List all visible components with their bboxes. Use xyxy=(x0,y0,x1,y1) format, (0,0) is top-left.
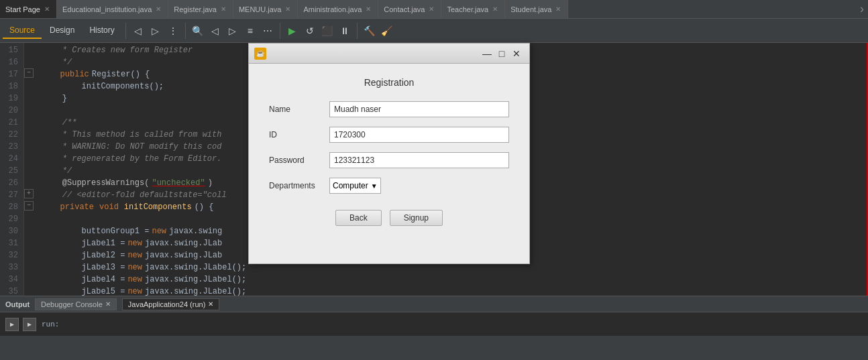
tab-close-icon[interactable]: ✕ xyxy=(427,5,435,13)
tab-bar: Start Page ✕ Educational_institution.jav… xyxy=(0,0,868,19)
find-next-btn[interactable]: ▷ xyxy=(225,23,241,39)
tab-close-icon[interactable]: ✕ xyxy=(154,5,162,13)
back-button[interactable]: Back xyxy=(335,210,382,226)
play-button[interactable]: ▶ xyxy=(5,318,19,331)
clean-btn[interactable]: 🧹 xyxy=(379,23,395,39)
output-panel: Output Debugger Console ✕ JavaApplicatio… xyxy=(0,296,868,336)
toolbar: Source Design History ◁ ▷ ⋮ 🔍 ◁ ▷ ≡ ⋯ ▶ … xyxy=(0,19,868,43)
tab-educational[interactable]: Educational_institution.java ✕ xyxy=(57,0,168,19)
tab-close-icon[interactable]: ✕ xyxy=(208,300,213,308)
departments-value: Computer xyxy=(333,181,368,190)
separator xyxy=(280,23,280,39)
output-tab-debugger[interactable]: Debugger Console ✕ xyxy=(35,298,117,310)
search-btn[interactable]: 🔍 xyxy=(190,23,206,39)
tab-label: Register.java xyxy=(174,5,217,13)
departments-label: Departments xyxy=(269,181,329,190)
dialog-titlebar: ☕ — □ ✕ xyxy=(249,44,529,64)
toolbar-tab-source[interactable]: Source xyxy=(3,23,42,39)
toolbar-tab-history[interactable]: History xyxy=(83,23,121,39)
find-prev-btn[interactable]: ◁ xyxy=(207,23,223,39)
main-area: 15 16 17 18 19 20 21 22 23 24 25 26 27 2… xyxy=(0,43,868,296)
tab-menuu[interactable]: MENUU.java ✕ xyxy=(233,0,299,19)
play-button-2[interactable]: ▶ xyxy=(23,318,36,331)
signup-button[interactable]: Signup xyxy=(390,210,443,226)
forward-btn[interactable]: ▷ xyxy=(148,23,164,39)
scroll-right-icon[interactable]: › xyxy=(856,2,868,16)
tab-label: Educational_institution.java xyxy=(62,5,152,13)
output-title: Output xyxy=(5,300,30,308)
dropdown-arrow-icon: ▼ xyxy=(371,182,378,190)
fold-icon[interactable]: − xyxy=(24,201,34,211)
dialog-app-icon: ☕ xyxy=(254,48,266,60)
name-input[interactable] xyxy=(329,101,509,117)
tab-aministration[interactable]: Aministration.java ✕ xyxy=(298,0,378,19)
tab-close-icon[interactable]: ✕ xyxy=(491,5,499,13)
code-line: jLabel5 = new javax.swing.JLabel(); xyxy=(43,286,863,296)
build-btn[interactable]: 🔨 xyxy=(362,23,378,39)
password-row: Password xyxy=(269,152,509,168)
minimize-button[interactable]: — xyxy=(480,46,494,61)
tab-close-icon[interactable]: ✕ xyxy=(105,300,111,308)
separator xyxy=(357,23,358,39)
separator xyxy=(125,23,126,39)
toggle-btn[interactable]: ≡ xyxy=(242,23,258,39)
dialog-buttons: Back Signup xyxy=(269,210,509,226)
dialog-body: Registration Name ID Password Department… xyxy=(249,64,529,239)
departments-select[interactable]: Computer ▼ xyxy=(329,178,381,194)
id-input[interactable] xyxy=(329,127,509,143)
run-btn[interactable]: ▶ xyxy=(284,23,301,39)
tab-teacher[interactable]: Teacher.java ✕ xyxy=(441,0,505,19)
close-button[interactable]: ✕ xyxy=(509,46,524,61)
tab-label: JavaApplication24 (run) xyxy=(128,300,206,308)
tab-contact[interactable]: Contact.java ✕ xyxy=(378,0,441,19)
back-btn[interactable]: ◁ xyxy=(130,23,146,39)
tab-label: MENUU.java xyxy=(239,5,282,13)
output-text: run: xyxy=(42,320,59,328)
rerun-btn[interactable]: ↺ xyxy=(302,23,318,39)
name-label: Name xyxy=(269,105,329,114)
toolbar-tab-design[interactable]: Design xyxy=(43,23,81,39)
more-btn[interactable]: ⋯ xyxy=(260,23,276,39)
tab-close-icon[interactable]: ✕ xyxy=(219,5,227,13)
tab-close-icon[interactable]: ✕ xyxy=(554,5,562,13)
tab-label: Aministration.java xyxy=(303,5,362,13)
output-tab-run[interactable]: JavaApplication24 (run) ✕ xyxy=(122,298,220,310)
debug-btn[interactable]: ⬛ xyxy=(319,23,335,39)
dialog-heading: Registration xyxy=(269,77,509,88)
history-btn[interactable]: ⋮ xyxy=(165,23,181,39)
maximize-button[interactable]: □ xyxy=(494,46,509,61)
fold-icon[interactable]: + xyxy=(24,189,34,198)
tab-label: Debugger Console xyxy=(41,300,103,308)
tab-student[interactable]: Student.java ✕ xyxy=(505,0,568,19)
line-numbers: 15 16 17 18 19 20 21 22 23 24 25 26 27 2… xyxy=(0,43,24,296)
tab-start-page[interactable]: Start Page ✕ xyxy=(0,0,57,19)
fold-icon[interactable]: − xyxy=(24,68,34,78)
tab-close-icon[interactable]: ✕ xyxy=(284,5,292,13)
tab-label: Teacher.java xyxy=(447,5,488,13)
registration-dialog: ☕ — □ ✕ Registration Name ID Password xyxy=(248,43,530,264)
tab-close-icon[interactable]: ✕ xyxy=(43,5,51,13)
separator xyxy=(185,23,186,39)
name-row: Name xyxy=(269,101,509,117)
tab-label: Start Page xyxy=(5,5,40,13)
password-label: Password xyxy=(269,156,329,165)
id-row: ID xyxy=(269,127,509,143)
password-input[interactable] xyxy=(329,152,509,168)
tab-close-icon[interactable]: ✕ xyxy=(364,5,372,13)
tab-label: Contact.java xyxy=(384,5,425,13)
code-line: jLabel4 = new javax.swing.JLabel(); xyxy=(43,274,863,286)
tab-register[interactable]: Register.java ✕ xyxy=(168,0,233,19)
output-header: Output Debugger Console ✕ JavaApplicatio… xyxy=(0,296,868,312)
id-label: ID xyxy=(269,130,329,139)
output-content: ▶ ▶ run: xyxy=(0,312,868,337)
step-btn[interactable]: ⏸ xyxy=(337,23,353,39)
tab-label: Student.java xyxy=(510,5,551,13)
departments-row: Departments Computer ▼ xyxy=(269,178,509,194)
